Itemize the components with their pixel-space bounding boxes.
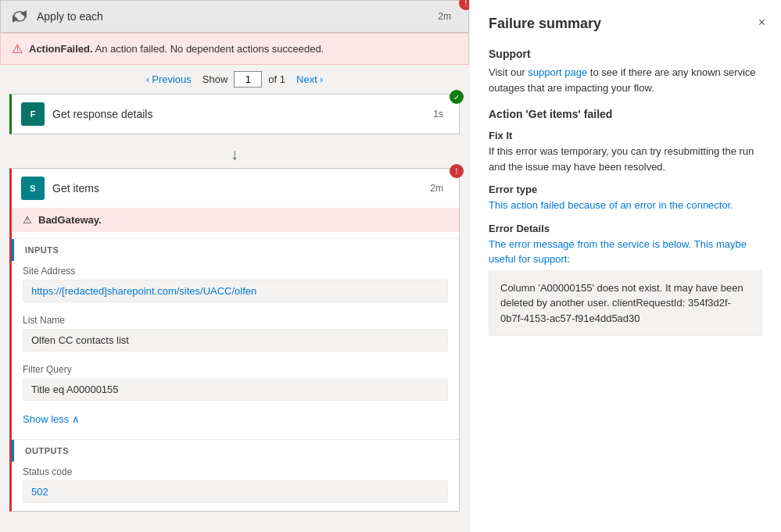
apply-to-each-error-badge: ! bbox=[459, 0, 469, 10]
action-failed-title: Action 'Get items' failed bbox=[489, 108, 762, 120]
list-name-field: List Name Olfen CC contacts list bbox=[12, 310, 459, 359]
status-code-label: Status code bbox=[23, 466, 448, 477]
filter-query-label: Filter Query bbox=[23, 364, 448, 375]
error-details-value: The error message from the service is be… bbox=[489, 237, 762, 267]
chevron-up-icon: ∧ bbox=[72, 413, 80, 425]
get-response-header[interactable]: F Get response details 1s ✓ bbox=[12, 95, 459, 134]
error-type-value: This action failed because of an error i… bbox=[489, 198, 762, 213]
bad-gateway-banner: ⚠ BadGateway. bbox=[12, 208, 459, 232]
support-title: Support bbox=[489, 48, 762, 60]
get-items-name: Get items bbox=[52, 182, 430, 195]
error-details-label: Error Details bbox=[489, 223, 762, 234]
bad-gateway-text: BadGateway. bbox=[38, 214, 102, 226]
right-panel: Failure summary × Support Visit our supp… bbox=[469, 0, 781, 532]
apply-to-each-header[interactable]: Apply to each 2m ! bbox=[0, 0, 469, 33]
get-response-name: Get response details bbox=[52, 108, 433, 120]
sharepoint-icon: S bbox=[21, 177, 45, 200]
error-details-box: Column 'A00000155' does not exist. It ma… bbox=[489, 270, 762, 337]
bad-gateway-warning-icon: ⚠ bbox=[23, 214, 32, 226]
get-items-header[interactable]: S Get items 2m ! bbox=[12, 169, 459, 208]
get-items-duration: 2m bbox=[430, 183, 443, 194]
action-failed-banner: ⚠ ActionFailed. An action failed. No dep… bbox=[0, 33, 469, 65]
show-less-button[interactable]: Show less ∧ bbox=[12, 409, 459, 433]
get-items-error-badge: ! bbox=[450, 164, 464, 178]
chevron-left-icon: ‹ bbox=[146, 73, 149, 85]
error-type-section: Error type This action failed because of… bbox=[489, 184, 762, 213]
forms-icon: F bbox=[21, 102, 45, 126]
site-address-field: Site Address https://[redacted]sharepoin… bbox=[12, 261, 459, 310]
filter-query-value: Title eq A00000155 bbox=[23, 378, 448, 401]
fix-it-label: Fix It bbox=[489, 130, 762, 141]
support-text: Visit our support page to see if there a… bbox=[489, 65, 762, 95]
loop-icon bbox=[10, 7, 29, 26]
error-type-label: Error type bbox=[489, 184, 762, 195]
error-details-section: Error Details The error message from the… bbox=[489, 223, 762, 337]
site-address-value: https://[redacted]sharepoint.com/sites/U… bbox=[23, 280, 448, 302]
inputs-header: INPUTS bbox=[12, 239, 459, 261]
fix-it-section: Fix It If this error was temporary, you … bbox=[489, 130, 762, 174]
apply-to-each-title: Apply to each bbox=[37, 10, 438, 23]
site-address-label: Site Address bbox=[23, 266, 448, 277]
get-response-duration: 1s bbox=[433, 109, 443, 120]
get-response-action[interactable]: F Get response details 1s ✓ bbox=[9, 94, 460, 134]
failure-summary-title: Failure summary bbox=[489, 16, 762, 32]
show-less-label: Show less bbox=[23, 413, 69, 425]
filter-query-field: Filter Query Title eq A00000155 bbox=[12, 359, 459, 409]
left-panel: Apply to each 2m ! ⚠ ActionFailed. An ac… bbox=[0, 0, 469, 532]
svg-rect-0 bbox=[10, 7, 29, 26]
page-input[interactable] bbox=[234, 71, 262, 87]
connector-arrow: ↓ bbox=[9, 141, 460, 168]
status-code-value: 502 bbox=[23, 480, 448, 503]
show-label: Show bbox=[202, 73, 228, 85]
warning-icon: ⚠ bbox=[12, 41, 23, 56]
list-name-value: Olfen CC contacts list bbox=[23, 329, 448, 352]
get-items-action[interactable]: S Get items 2m ! ⚠ BadGateway. INPUTS Si… bbox=[9, 168, 460, 512]
action-failed-text: ActionFailed. An action failed. No depen… bbox=[29, 43, 324, 55]
support-section: Support Visit our support page to see if… bbox=[489, 48, 762, 95]
fix-it-value: If this error was temporary, you can try… bbox=[489, 144, 762, 174]
of-text: of 1 bbox=[268, 73, 285, 85]
status-code-field: Status code 502 bbox=[12, 462, 459, 511]
outputs-section: OUTPUTS Status code 502 bbox=[12, 439, 459, 511]
chevron-right-icon: › bbox=[320, 73, 323, 85]
outputs-header: OUTPUTS bbox=[12, 440, 459, 462]
next-button[interactable]: Next › bbox=[292, 72, 328, 87]
pagination-bar: ‹ Previous Show of 1 Next › bbox=[0, 65, 469, 94]
support-page-link[interactable]: support page bbox=[528, 66, 587, 78]
apply-to-each-duration: 2m bbox=[438, 11, 451, 22]
previous-button[interactable]: ‹ Previous bbox=[142, 72, 196, 87]
get-response-success-badge: ✓ bbox=[450, 90, 464, 104]
close-button[interactable]: × bbox=[755, 12, 768, 33]
inputs-section: INPUTS Site Address https://[redacted]sh… bbox=[12, 238, 459, 433]
list-name-label: List Name bbox=[23, 315, 448, 326]
action-container: F Get response details 1s ✓ ↓ S Get item… bbox=[0, 94, 469, 512]
